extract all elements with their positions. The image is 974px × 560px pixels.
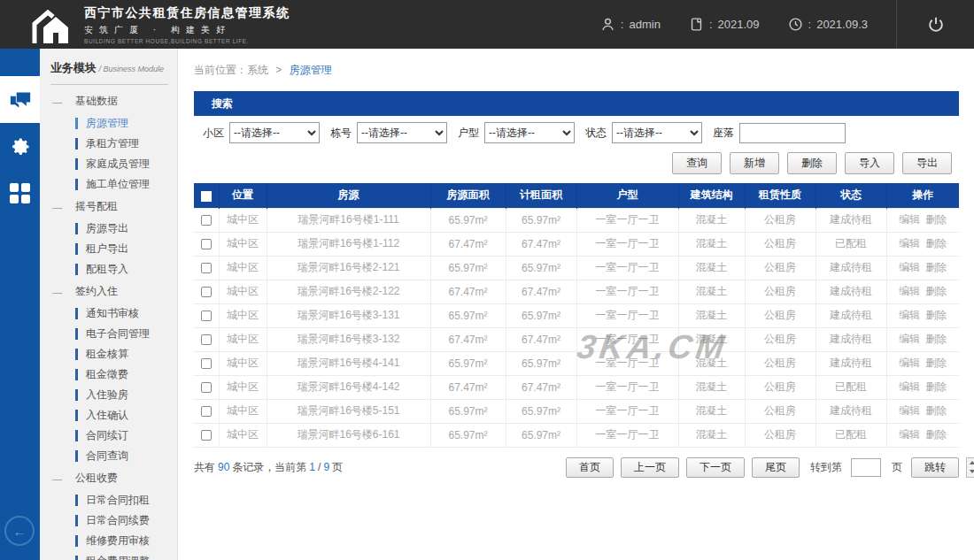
action-button-查询[interactable]: 查询 (672, 152, 722, 174)
cell-nature: 公租房 (745, 327, 816, 351)
row-checkbox[interactable] (201, 215, 212, 226)
edit-link[interactable]: 编辑 (899, 285, 920, 297)
spin-up-icon[interactable] (967, 458, 974, 468)
action-button-导出[interactable]: 导出 (902, 152, 952, 174)
logout-button[interactable] (896, 0, 974, 49)
delete-link[interactable]: 删除 (925, 237, 947, 249)
cell-area: 65.97m² (430, 423, 506, 447)
menu-item-入住确认[interactable]: 入住确认 (40, 405, 177, 426)
menu-item-通知书审核[interactable]: 通知书审核 (40, 303, 177, 324)
cell-area: 67.47m² (430, 232, 506, 256)
nav-apps[interactable] (0, 170, 40, 217)
edit-link[interactable]: 编辑 (899, 357, 920, 369)
filter-select-户型[interactable]: --请选择-- (484, 122, 575, 143)
edit-link[interactable]: 编辑 (899, 333, 920, 345)
delete-link[interactable]: 删除 (925, 309, 947, 321)
delete-link[interactable]: 删除 (925, 380, 947, 393)
menu-item-合同续订[interactable]: 合同续订 (40, 426, 177, 446)
row-checkbox[interactable] (201, 430, 212, 441)
page-button-尾页[interactable]: 尾页 (752, 457, 800, 478)
menu-item-日常合同扣租[interactable]: 日常合同扣租 (40, 490, 177, 510)
delete-link[interactable]: 删除 (925, 261, 947, 273)
edit-link[interactable]: 编辑 (899, 213, 920, 226)
menu-section-公租收费[interactable]: —公租收费 (40, 466, 177, 490)
page-button-上一页[interactable]: 上一页 (621, 457, 679, 478)
filter-label-小区: 小区 (203, 126, 224, 141)
filter-select-栋号[interactable]: --请选择-- (357, 122, 447, 143)
breadcrumb-current[interactable]: 房源管理 (290, 64, 332, 76)
action-button-删除[interactable]: 删除 (787, 152, 837, 174)
menu-item-房源导出[interactable]: 房源导出 (40, 219, 177, 239)
delete-link[interactable]: 删除 (925, 357, 947, 369)
menu-item-租户导出[interactable]: 租户导出 (40, 239, 177, 259)
edit-link[interactable]: 编辑 (899, 428, 920, 441)
page-button-首页[interactable]: 首页 (566, 457, 614, 478)
filter-select-状态[interactable]: --请选择-- (612, 122, 702, 143)
date-value: 2021.09.3 (816, 18, 868, 31)
nav-settings[interactable] (0, 123, 40, 170)
delete-link[interactable]: 删除 (925, 213, 947, 226)
table-header-row: 位置房源房源面积计租面积户型建筑结构租赁性质状态操作 (194, 183, 959, 208)
row-checkbox[interactable] (201, 406, 212, 417)
item-marker-icon (75, 118, 78, 129)
nav-business-module[interactable] (0, 76, 40, 123)
menu-item-配租导入[interactable]: 配租导入 (40, 259, 177, 280)
menu-item-房源管理[interactable]: 房源管理 (40, 113, 177, 134)
delete-link[interactable]: 删除 (925, 428, 947, 441)
edit-link[interactable]: 编辑 (899, 404, 920, 417)
menu-item-家庭成员管理[interactable]: 家庭成员管理 (40, 154, 177, 174)
action-button-新增[interactable]: 新增 (730, 152, 779, 174)
item-marker-icon (75, 495, 78, 506)
menu-item-承租方管理[interactable]: 承租方管理 (40, 134, 177, 154)
menu-item-入住验房[interactable]: 入住验房 (40, 385, 177, 405)
delete-link[interactable]: 删除 (925, 285, 947, 297)
menu-section-签约入住[interactable]: —签约入住 (40, 280, 177, 303)
item-marker-icon (75, 535, 78, 547)
table-row: 城中区瑞景河畔16号楼2-12267.47m²67.47m²一室一厅一卫混凝土公… (194, 280, 959, 303)
menu-item-合同查询[interactable]: 合同查询 (40, 446, 177, 466)
menu-item-电子合同管理[interactable]: 电子合同管理 (40, 324, 177, 344)
menu-section-摇号配租[interactable]: —摇号配租 (40, 195, 177, 219)
menu-item-租金费用调整[interactable]: 租金费用调整 (40, 551, 177, 560)
row-checkbox[interactable] (201, 311, 212, 321)
edit-link[interactable]: 编辑 (899, 380, 920, 393)
edit-link[interactable]: 编辑 (899, 237, 920, 249)
page-button-下一页[interactable]: 下一页 (686, 457, 745, 478)
menu-item-label: 房源导出 (86, 221, 128, 236)
menu-item-租金徵费[interactable]: 租金徵费 (40, 364, 177, 385)
filter-input-location[interactable] (739, 123, 846, 143)
row-checkbox[interactable] (201, 334, 212, 345)
menu-item-施工单位管理[interactable]: 施工单位管理 (40, 174, 177, 195)
jump-button[interactable]: 跳转 (911, 457, 959, 478)
item-marker-icon (75, 308, 78, 319)
menu-item-日常合同续费[interactable]: 日常合同续费 (40, 510, 177, 531)
collapse-sidebar-button[interactable]: ← (4, 516, 35, 546)
select-all-checkbox[interactable] (201, 191, 212, 202)
cell-status: 建成待租 (816, 327, 886, 351)
item-marker-icon (75, 389, 78, 401)
action-button-导入[interactable]: 导入 (845, 152, 894, 174)
menu-item-label: 施工单位管理 (86, 177, 150, 192)
delete-link[interactable]: 删除 (925, 333, 947, 345)
row-checkbox[interactable] (201, 358, 212, 369)
goto-page-input[interactable] (851, 458, 881, 477)
row-checkbox[interactable] (201, 287, 212, 297)
edit-link[interactable]: 编辑 (899, 309, 920, 321)
filter-select-小区[interactable]: --请选择-- (229, 122, 320, 143)
menu-item-租金核算[interactable]: 租金核算 (40, 344, 177, 364)
menu-section-基础数据[interactable]: —基础数据 (40, 89, 177, 113)
cell-status: 已配租 (816, 423, 886, 447)
table-row: 城中区瑞景河畔16号楼3-13267.47m²67.47m²一室一厅一卫混凝土公… (194, 327, 959, 351)
brand: 西宁市公共租赁住房信息管理系统 安筑广厦 · 构建美好 BUILDING BET… (0, 5, 290, 44)
cell-house: 瑞景河畔16号楼1-111 (267, 208, 430, 232)
column-header-计租面积: 计租面积 (506, 183, 576, 208)
row-checkbox[interactable] (201, 263, 212, 273)
row-checkbox[interactable] (201, 382, 212, 393)
menu-section-label: 公租收费 (75, 471, 118, 486)
cell-layout: 一室一厅一卫 (576, 375, 678, 399)
delete-link[interactable]: 删除 (925, 404, 947, 417)
row-checkbox[interactable] (201, 239, 212, 249)
edit-link[interactable]: 编辑 (899, 261, 920, 273)
spin-down-icon[interactable] (967, 467, 974, 477)
menu-item-维修费用审核[interactable]: 维修费用审核 (40, 531, 177, 551)
